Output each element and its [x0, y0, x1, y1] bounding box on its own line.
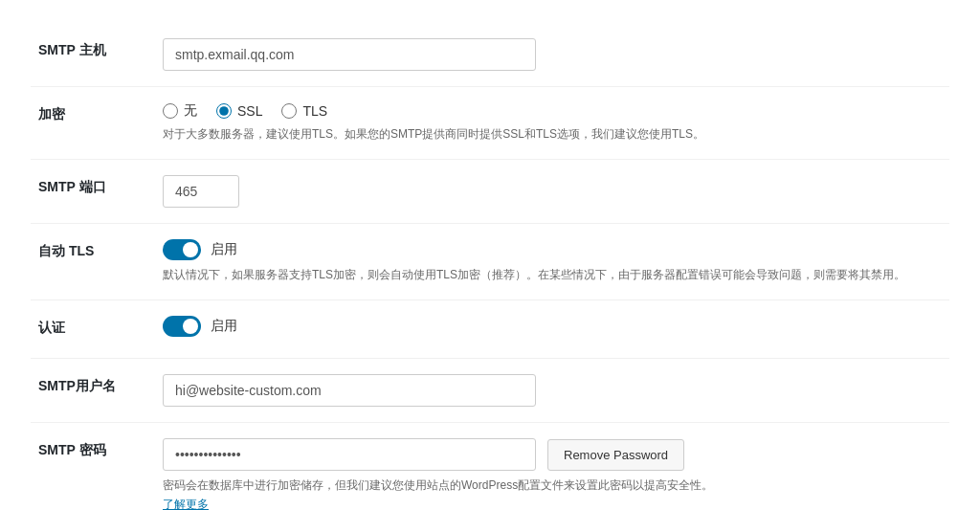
auth-field: 启用	[155, 300, 949, 359]
auth-toggle-row: 启用	[163, 316, 942, 337]
password-row: Remove Password	[163, 438, 942, 471]
auto-tls-hint: 默认情况下，如果服务器支持TLS加密，则会自动使用TLS加密（推荐）。在某些情况…	[163, 266, 942, 284]
auto-tls-slider	[163, 239, 201, 260]
smtp-host-input[interactable]	[163, 38, 536, 71]
smtp-username-row: SMTP用户名	[31, 359, 949, 423]
smtp-port-input[interactable]	[163, 175, 239, 208]
smtp-username-input[interactable]	[163, 374, 536, 407]
encryption-tls-label: TLS	[302, 103, 327, 119]
encryption-radio-none[interactable]	[163, 103, 178, 119]
encryption-ssl-label: SSL	[237, 103, 262, 119]
smtp-password-label: SMTP 密码	[31, 423, 155, 510]
smtp-password-hint: 密码会在数据库中进行加密储存，但我们建议您使用站点的WordPress配置文件来…	[163, 477, 942, 510]
auth-toggle[interactable]	[163, 316, 201, 337]
smtp-host-label: SMTP 主机	[31, 23, 155, 87]
settings-form: SMTP 主机 加密 无 SSL	[31, 23, 949, 510]
encryption-radio-tls[interactable]	[281, 103, 297, 119]
auth-slider	[163, 316, 201, 337]
smtp-password-row: SMTP 密码 Remove Password 密码会在数据库中进行加密储存，但…	[31, 423, 949, 510]
smtp-host-row: SMTP 主机	[31, 23, 949, 87]
auto-tls-toggle-row: 启用	[163, 239, 942, 260]
auth-row: 认证 启用	[31, 300, 949, 359]
encryption-option-none[interactable]: 无	[163, 102, 197, 120]
smtp-host-field	[155, 23, 949, 87]
encryption-label: 加密	[31, 87, 155, 160]
smtp-username-field	[155, 359, 949, 423]
auto-tls-toggle-label: 启用	[211, 241, 237, 258]
smtp-username-label: SMTP用户名	[31, 359, 155, 423]
auto-tls-field: 启用 默认情况下，如果服务器支持TLS加密，则会自动使用TLS加密（推荐）。在某…	[155, 224, 949, 300]
encryption-option-ssl[interactable]: SSL	[216, 103, 262, 119]
smtp-password-hint-text: 密码会在数据库中进行加密储存，但我们建议您使用站点的WordPress配置文件来…	[163, 478, 713, 492]
encryption-radio-ssl[interactable]	[216, 103, 232, 119]
smtp-password-input[interactable]	[163, 438, 536, 471]
encryption-none-label: 无	[184, 102, 197, 120]
auto-tls-label: 自动 TLS	[31, 224, 155, 300]
smtp-port-field	[155, 160, 949, 224]
encryption-field: 无 SSL TLS 对于大多数服务器，建议使用TLS。如果您的SMTP提供商同时…	[155, 87, 949, 160]
encryption-radio-group: 无 SSL TLS	[163, 102, 942, 120]
learn-more-link[interactable]: 了解更多	[163, 498, 209, 510]
smtp-password-field: Remove Password 密码会在数据库中进行加密储存，但我们建议您使用站…	[155, 423, 949, 510]
auto-tls-row: 自动 TLS 启用 默认情况下，如果服务器支持TLS加密，则会自动使用TLS加密…	[31, 224, 949, 300]
smtp-port-row: SMTP 端口	[31, 160, 949, 224]
encryption-option-tls[interactable]: TLS	[281, 103, 327, 119]
auth-label: 认证	[31, 300, 155, 359]
remove-password-button[interactable]: Remove Password	[547, 439, 684, 471]
encryption-hint: 对于大多数服务器，建议使用TLS。如果您的SMTP提供商同时提供SSL和TLS选…	[163, 125, 942, 144]
auto-tls-toggle[interactable]	[163, 239, 201, 260]
encryption-row: 加密 无 SSL TLS 对于大多数服务器，建议使用	[31, 87, 949, 160]
auth-toggle-label: 启用	[211, 318, 237, 335]
smtp-port-label: SMTP 端口	[31, 160, 155, 224]
